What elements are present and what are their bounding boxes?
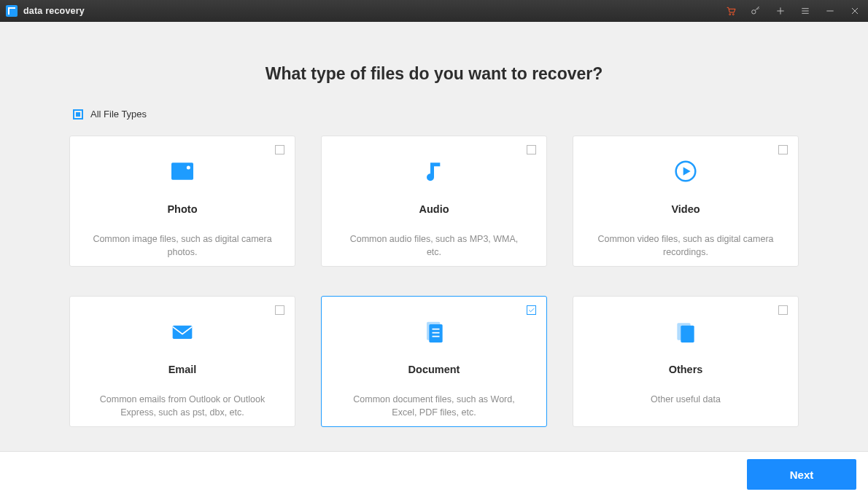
audio-icon [419, 154, 449, 189]
card-video-desc: Common video files, such as digital came… [591, 232, 780, 259]
card-video-checkbox[interactable] [778, 145, 788, 154]
app-logo-icon [6, 5, 18, 17]
main: What type of files do you want to recove… [0, 22, 868, 451]
card-video[interactable]: Video Common video files, such as digita… [573, 136, 799, 267]
titlebar: data recovery [0, 0, 868, 22]
card-others-desc: Other useful data [646, 393, 725, 406]
all-file-types-label: All File Types [90, 109, 147, 120]
next-button[interactable]: Next [747, 459, 856, 490]
all-file-types-row[interactable]: All File Types [73, 109, 868, 120]
cart-icon[interactable] [725, 5, 737, 17]
card-email-checkbox[interactable] [275, 305, 284, 315]
card-grid: Photo Common image files, such as digita… [0, 136, 868, 427]
card-email[interactable]: Email Common emails from Outlook or Outl… [69, 296, 295, 427]
menu-icon[interactable] [799, 5, 811, 17]
svg-point-2 [752, 10, 756, 14]
card-others-title: Others [669, 364, 703, 375]
card-photo-desc: Common image files, such as digital came… [88, 232, 277, 259]
plus-icon[interactable] [775, 5, 786, 17]
svg-point-0 [729, 14, 731, 15]
card-document-checkbox[interactable] [527, 305, 536, 315]
page-title: What type of files do you want to recove… [0, 64, 868, 84]
svg-point-1 [732, 14, 734, 15]
card-photo[interactable]: Photo Common image files, such as digita… [69, 136, 295, 267]
card-audio[interactable]: Audio Common audio files, such as MP3, W… [321, 136, 547, 267]
video-icon [671, 154, 700, 189]
card-email-title: Email [168, 364, 197, 375]
others-icon [671, 314, 700, 349]
card-document[interactable]: Document Common document files, such as … [321, 296, 547, 427]
card-photo-title: Photo [167, 203, 197, 215]
card-photo-checkbox[interactable] [275, 145, 284, 154]
all-file-types-checkbox[interactable] [73, 109, 83, 120]
card-others-checkbox[interactable] [778, 305, 788, 315]
app-title: data recovery [23, 6, 85, 16]
card-document-desc: Common document files, such as Word, Exc… [339, 393, 529, 419]
card-document-title: Document [408, 364, 460, 375]
minimize-icon[interactable] [824, 5, 836, 17]
svg-rect-6 [173, 326, 193, 339]
footer: Next [0, 451, 868, 497]
email-icon [168, 314, 197, 349]
svg-rect-10 [681, 326, 694, 343]
card-audio-title: Audio [419, 203, 449, 215]
card-audio-checkbox[interactable] [527, 145, 536, 154]
titlebar-right [725, 5, 861, 17]
card-others[interactable]: Others Other useful data [573, 296, 799, 427]
svg-point-4 [187, 166, 190, 170]
close-icon[interactable] [849, 5, 861, 17]
key-icon[interactable] [750, 5, 762, 17]
titlebar-left: data recovery [6, 5, 85, 17]
card-email-desc: Common emails from Outlook or Outlook Ex… [88, 393, 277, 419]
photo-icon [168, 154, 197, 189]
document-icon [419, 314, 449, 349]
card-video-title: Video [671, 203, 700, 215]
card-audio-desc: Common audio files, such as MP3, WMA, et… [339, 232, 529, 259]
